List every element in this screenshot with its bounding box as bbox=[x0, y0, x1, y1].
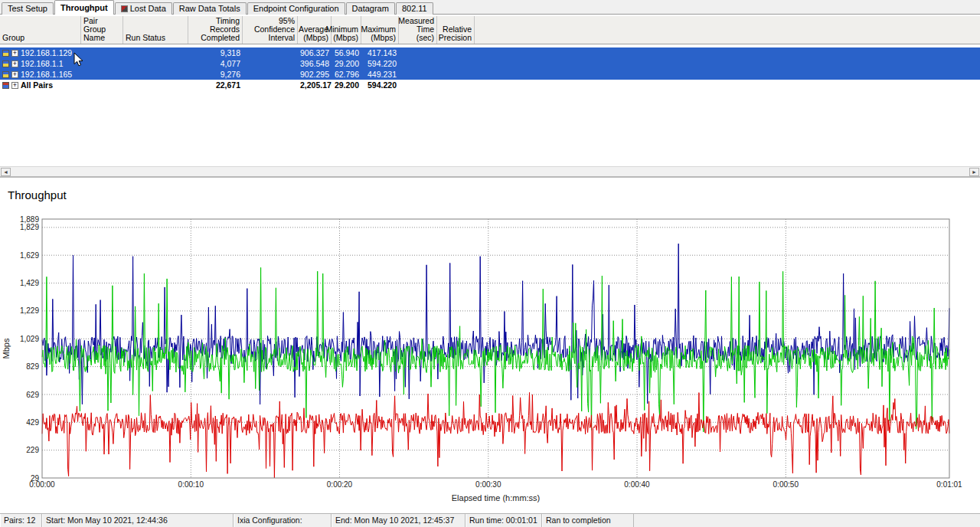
group-label: All Pairs bbox=[21, 80, 53, 90]
expand-toggle[interactable]: + bbox=[11, 50, 18, 57]
expand-toggle[interactable]: + bbox=[11, 61, 18, 67]
svg-text:429: 429 bbox=[26, 418, 39, 427]
tab-raw-data-totals[interactable]: Raw Data Totals bbox=[173, 2, 247, 15]
tab-label: Throughput bbox=[60, 1, 108, 15]
tab-label: Lost Data bbox=[130, 3, 166, 15]
tab-label: Endpoint Configuration bbox=[253, 3, 339, 15]
ixchariot-window: Test Setup Throughput Lost Data Raw Data… bbox=[0, 0, 980, 527]
minimum-cell: 29.200 bbox=[332, 80, 361, 90]
svg-text:1,229: 1,229 bbox=[20, 306, 39, 315]
expand-toggle[interactable]: + bbox=[11, 82, 18, 89]
average-cell: 2,205.170 bbox=[298, 80, 332, 90]
minimum-cell: 62.796 bbox=[332, 70, 361, 79]
table-row[interactable]: + 192.168.1.129 9,318 906.327 56.940 417… bbox=[0, 47, 980, 58]
svg-text:0:01:01: 0:01:01 bbox=[936, 480, 962, 489]
col-header-timing-records[interactable]: Timing Records Completed bbox=[188, 16, 243, 44]
report-tabbar: Test Setup Throughput Lost Data Raw Data… bbox=[0, 0, 980, 15]
col-header-maximum[interactable]: Maximum (Mbps) bbox=[361, 16, 399, 44]
average-cell: 906.327 bbox=[298, 48, 332, 57]
table-row[interactable]: + 192.168.1.165 9,276 902.295 62.796 449… bbox=[0, 69, 980, 80]
svg-text:1,429: 1,429 bbox=[20, 279, 39, 287]
status-run-time: Run time: 00:01:01 bbox=[466, 514, 542, 527]
minimum-cell: 56.940 bbox=[332, 48, 361, 57]
col-header-pair-group-name[interactable]: Pair Group Name bbox=[81, 16, 123, 44]
svg-text:0:00:10: 0:00:10 bbox=[178, 480, 204, 489]
tab-lost-data[interactable]: Lost Data bbox=[115, 2, 172, 15]
average-cell: 902.295 bbox=[298, 70, 332, 79]
pair-icon bbox=[2, 71, 9, 78]
status-end-time: End: Mon May 10 2021, 12:45:37 bbox=[332, 514, 466, 527]
maximum-cell: 417.143 bbox=[361, 48, 399, 57]
svg-text:1,889: 1,889 bbox=[20, 215, 39, 224]
svg-text:1,029: 1,029 bbox=[20, 335, 39, 343]
tab-label: Datagram bbox=[352, 3, 389, 15]
throughput-chart: 1,8891,8291,6291,4291,2291,0298296294292… bbox=[0, 201, 980, 507]
timing-records-cell: 9,276 bbox=[188, 70, 243, 79]
svg-text:829: 829 bbox=[26, 362, 39, 371]
status-bar: Pairs: 12 Start: Mon May 10 2021, 12:44:… bbox=[0, 513, 980, 527]
expand-toggle[interactable]: + bbox=[11, 71, 18, 78]
svg-text:0:00:20: 0:00:20 bbox=[327, 480, 353, 489]
all-pairs-icon bbox=[2, 82, 9, 89]
status-pairs: Pairs: 12 bbox=[0, 514, 42, 527]
tab-label: 802.11 bbox=[402, 3, 427, 15]
tab-test-setup[interactable]: Test Setup bbox=[2, 2, 54, 15]
timing-records-cell: 22,671 bbox=[188, 80, 243, 90]
group-label: 192.168.1.129 bbox=[21, 48, 72, 57]
svg-text:Elapsed time (h:mm:ss): Elapsed time (h:mm:ss) bbox=[452, 493, 541, 502]
mouse-cursor bbox=[74, 52, 84, 67]
status-ixia-configuration: Ixia Configuration: bbox=[234, 514, 332, 527]
tab-label: Raw Data Totals bbox=[179, 3, 240, 15]
svg-text:Mbps: Mbps bbox=[2, 338, 11, 358]
svg-text:629: 629 bbox=[26, 391, 39, 399]
tab-endpoint-configuration[interactable]: Endpoint Configuration bbox=[247, 2, 345, 15]
throughput-chart-pane: Throughput 1,8891,8291,6291,4291,2291,02… bbox=[0, 176, 980, 512]
status-start-time: Start: Mon May 10 2021, 12:44:36 bbox=[42, 514, 234, 527]
svg-text:0:00:30: 0:00:30 bbox=[475, 480, 501, 489]
results-grid: Group Pair Group Name Run Status Timing … bbox=[0, 15, 980, 166]
scroll-left-arrow-icon[interactable]: ◄ bbox=[1, 168, 11, 176]
svg-text:229: 229 bbox=[26, 446, 39, 454]
table-row[interactable]: + 192.168.1.1 4,077 396.548 29.200 594.2… bbox=[0, 58, 980, 69]
all-pairs-row[interactable]: + All Pairs 22,671 2,205.170 29.200 594.… bbox=[0, 80, 980, 90]
timing-records-cell: 9,318 bbox=[188, 48, 243, 57]
col-header-confidence-interval[interactable]: 95% Confidence Interval bbox=[243, 16, 298, 44]
grid-header-row: Group Pair Group Name Run Status Timing … bbox=[0, 16, 980, 44]
col-header-run-status[interactable]: Run Status bbox=[123, 16, 188, 44]
maximum-cell: 594.220 bbox=[361, 59, 399, 68]
tab-80211[interactable]: 802.11 bbox=[396, 2, 433, 15]
chart-title: Throughput bbox=[8, 188, 67, 201]
col-header-minimum[interactable]: Minimum (Mbps) bbox=[332, 16, 361, 44]
timing-records-cell: 4,077 bbox=[188, 59, 243, 68]
tab-datagram[interactable]: Datagram bbox=[346, 2, 395, 15]
grid-rows: + 192.168.1.129 9,318 906.327 56.940 417… bbox=[0, 47, 980, 90]
col-header-measured-time[interactable]: Measured Time (sec) bbox=[399, 16, 437, 44]
maximum-cell: 594.220 bbox=[361, 80, 399, 90]
horizontal-scrollbar[interactable]: ◄ ► bbox=[0, 166, 980, 176]
svg-text:0:00:40: 0:00:40 bbox=[624, 480, 650, 489]
col-header-relative-precision[interactable]: Relative Precision bbox=[437, 16, 475, 44]
minimum-cell: 29.200 bbox=[332, 59, 361, 68]
group-label: 192.168.1.165 bbox=[21, 70, 72, 79]
pair-icon bbox=[2, 50, 9, 57]
col-header-group[interactable]: Group bbox=[0, 16, 81, 44]
lost-data-icon bbox=[121, 5, 128, 12]
tab-label: Test Setup bbox=[8, 3, 47, 15]
pair-icon bbox=[2, 61, 9, 67]
group-label: 192.168.1.1 bbox=[21, 59, 63, 68]
scroll-right-arrow-icon[interactable]: ► bbox=[969, 168, 979, 176]
svg-text:0:00:00: 0:00:00 bbox=[29, 480, 55, 489]
svg-text:1,629: 1,629 bbox=[20, 251, 39, 260]
tab-throughput[interactable]: Throughput bbox=[54, 0, 114, 15]
col-header-filler bbox=[475, 16, 980, 44]
average-cell: 396.548 bbox=[298, 59, 332, 68]
maximum-cell: 449.231 bbox=[361, 70, 399, 79]
status-run-result: Ran to completion bbox=[542, 514, 634, 527]
svg-text:1,829: 1,829 bbox=[20, 223, 39, 231]
svg-text:0:00:50: 0:00:50 bbox=[773, 480, 799, 489]
